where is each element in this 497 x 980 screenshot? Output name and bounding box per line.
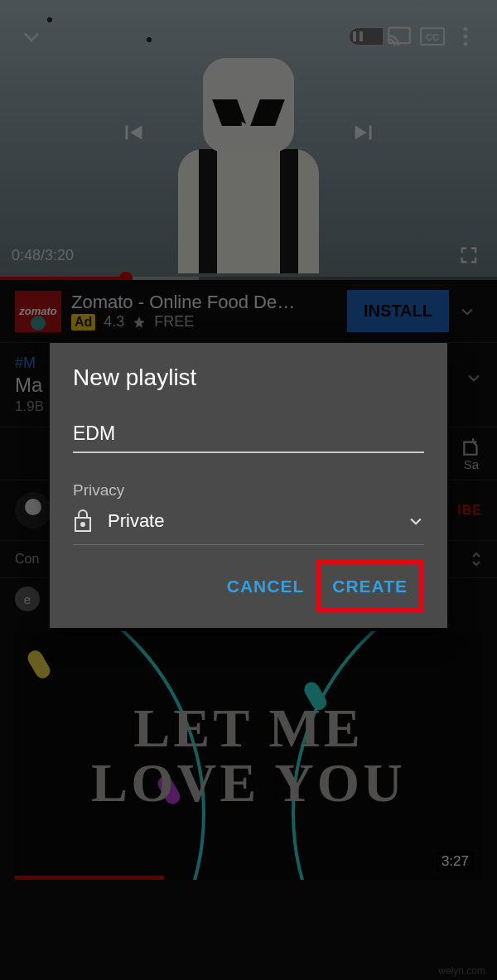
progress-bar[interactable] (0, 277, 497, 280)
install-button[interactable]: INSTALL (347, 290, 449, 332)
chevron-down-icon[interactable] (15, 20, 48, 53)
svg-rect-1 (353, 31, 356, 41)
ad-price: FREE (154, 313, 194, 331)
highlight-box: CREATE (316, 560, 424, 613)
ad-row[interactable]: zomato Zomato - Online Food De… Ad 4.3 F… (0, 280, 497, 343)
new-playlist-dialog: New playlist Privacy Private CANCEL CREA… (50, 343, 447, 628)
captions-icon[interactable]: CC (416, 20, 449, 53)
privacy-label: Privacy (73, 481, 424, 500)
star-icon (133, 316, 146, 329)
ad-badge: Ad (71, 314, 95, 331)
previous-icon[interactable] (116, 116, 149, 149)
save-action[interactable]: Sa (461, 436, 482, 471)
svg-point-7 (464, 35, 468, 39)
chevron-down-icon (408, 513, 424, 529)
subscribe-button[interactable]: IBE (457, 503, 482, 518)
next-video-thumbnail[interactable]: LET ME LOVE YOU 3:27 (15, 631, 482, 880)
video-player[interactable]: CC 0:48 / 3:20 (0, 0, 497, 280)
avatar: e (15, 587, 40, 611)
create-button[interactable]: CREATE (321, 565, 419, 608)
chevron-down-icon[interactable] (466, 369, 482, 386)
privacy-value: Private (108, 510, 393, 532)
svg-point-10 (81, 523, 84, 526)
chevron-down-icon[interactable] (459, 303, 489, 320)
watermark: weiyn.com (438, 965, 485, 977)
svg-text:CC: CC (426, 32, 439, 42)
autoplay-toggle[interactable] (350, 20, 383, 53)
svg-rect-2 (359, 31, 363, 41)
fullscreen-icon[interactable] (452, 239, 485, 272)
play-icon[interactable] (232, 116, 265, 149)
dialog-title: New playlist (73, 364, 424, 391)
ad-title: Zomato - Online Food De… (71, 292, 337, 313)
more-vert-icon[interactable] (449, 20, 482, 53)
lock-icon (73, 509, 93, 533)
cast-icon[interactable] (383, 20, 416, 53)
duration: 3:20 (45, 247, 74, 264)
playlist-name-input[interactable] (73, 419, 424, 453)
next-icon[interactable] (348, 116, 381, 149)
svg-point-8 (464, 42, 468, 46)
duration-badge: 3:27 (437, 852, 474, 871)
cancel-button[interactable]: CANCEL (215, 565, 316, 608)
avatar[interactable] (15, 492, 51, 529)
current-time: 0:48 (12, 247, 41, 264)
privacy-selector[interactable]: Private (73, 509, 424, 545)
ad-thumbnail: zomato (15, 291, 61, 332)
ad-rating: 4.3 (104, 313, 124, 331)
svg-point-6 (464, 27, 468, 31)
